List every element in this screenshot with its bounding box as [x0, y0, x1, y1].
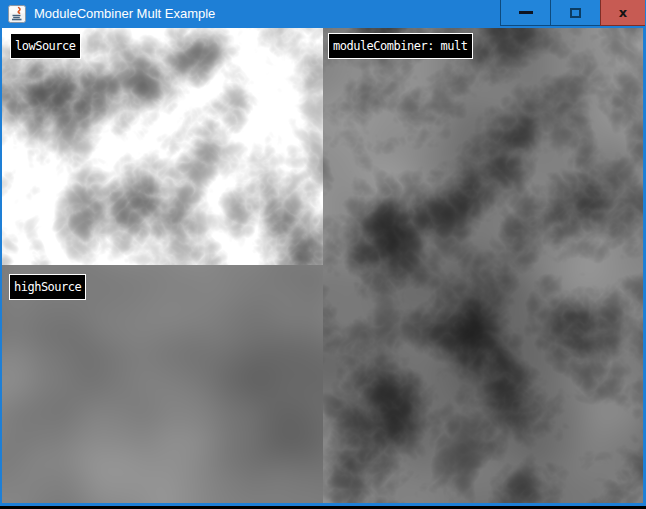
- minimize-button[interactable]: [500, 0, 550, 26]
- low-source-label: lowSource: [10, 33, 81, 59]
- module-combiner-image: [323, 28, 643, 503]
- java-coffee-cup-icon[interactable]: [8, 5, 26, 23]
- close-icon: x: [619, 6, 627, 19]
- maximize-icon: [570, 8, 581, 18]
- high-source-label: highSource: [9, 274, 86, 300]
- title-bar[interactable]: ModuleCombiner Mult Example x: [0, 0, 646, 28]
- minimize-icon: [519, 11, 533, 14]
- maximize-button[interactable]: [550, 0, 600, 26]
- window-title: ModuleCombiner Mult Example: [34, 0, 215, 28]
- app-window: ModuleCombiner Mult Example x lowSource …: [0, 0, 646, 506]
- close-button[interactable]: x: [600, 0, 645, 26]
- module-combiner-label: moduleCombiner: mult: [328, 33, 473, 59]
- render-area: lowSource highSource moduleCombiner: mul…: [2, 28, 643, 503]
- high-source-image: [2, 265, 323, 503]
- low-source-image: [2, 28, 323, 265]
- window-controls: x: [500, 0, 645, 26]
